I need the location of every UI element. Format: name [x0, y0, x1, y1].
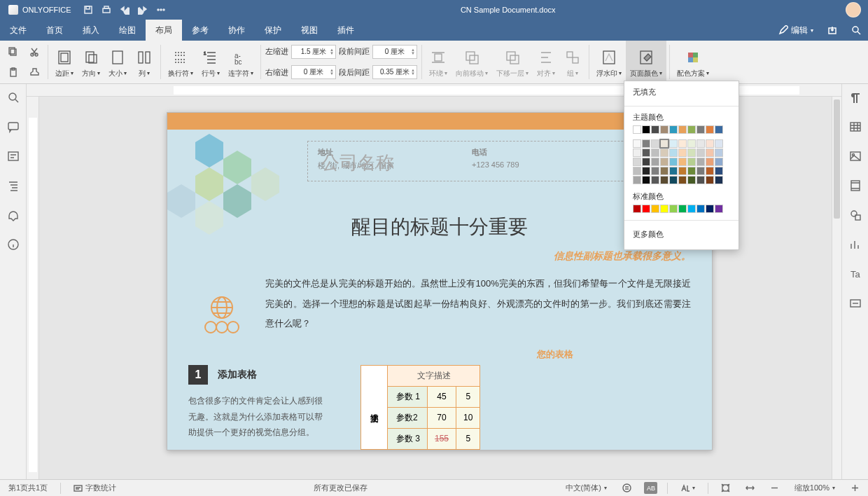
zoom-level[interactable]: 缩放100%▾: [792, 483, 838, 493]
breaks-button[interactable]: 换行符▾: [164, 41, 197, 83]
chart-settings-icon[interactable]: [849, 238, 862, 254]
format-painter-icon[interactable]: [27, 64, 42, 80]
copy-icon[interactable]: [6, 44, 21, 60]
color-swatch[interactable]: [669, 149, 678, 157]
save-icon[interactable]: [79, 0, 97, 20]
menu-view[interactable]: 视图: [291, 20, 328, 41]
menu-home[interactable]: 首页: [36, 20, 73, 41]
spell-check-icon[interactable]: [620, 483, 634, 492]
spacing-after-field[interactable]: 0.35 厘米▲▼: [372, 65, 417, 79]
color-swatch[interactable]: [642, 149, 650, 157]
fit-page-icon[interactable]: [718, 483, 733, 492]
track-changes-toggle[interactable]: ▾: [678, 483, 698, 492]
color-swatch[interactable]: [715, 158, 723, 166]
paragraph-settings-icon[interactable]: [849, 91, 862, 106]
color-swatch[interactable]: [660, 205, 668, 213]
color-swatch[interactable]: [715, 125, 723, 134]
color-swatch[interactable]: [669, 139, 678, 148]
header-footer-icon[interactable]: [849, 179, 862, 195]
color-swatch[interactable]: [715, 167, 723, 175]
color-swatch[interactable]: [715, 139, 723, 148]
color-swatch[interactable]: [678, 125, 687, 134]
indent-left-field[interactable]: 1.5 厘米▲▼: [291, 45, 336, 59]
hyphenation-button[interactable]: a-bc连字符▾: [224, 41, 258, 83]
color-swatch[interactable]: [706, 149, 714, 157]
menu-draw[interactable]: 绘图: [109, 20, 146, 41]
menu-references[interactable]: 参考: [182, 20, 218, 41]
about-icon[interactable]: [7, 238, 20, 254]
undo-icon[interactable]: [115, 0, 134, 20]
redo-icon[interactable]: [134, 0, 152, 20]
color-swatch[interactable]: [633, 149, 641, 157]
no-fill-option[interactable]: 无填充: [624, 81, 738, 103]
more-colors-option[interactable]: 更多颜色: [624, 223, 738, 245]
page-color-button[interactable]: 页面颜色▾: [626, 41, 666, 83]
color-swatch[interactable]: [669, 205, 678, 213]
color-swatch[interactable]: [687, 167, 696, 175]
color-scheme-button[interactable]: 配色方案▾: [673, 41, 713, 83]
color-swatch[interactable]: [715, 176, 723, 184]
color-swatch[interactable]: [696, 167, 705, 175]
indent-right-field[interactable]: 0 厘米▲▼: [291, 65, 336, 79]
paste-icon[interactable]: [6, 64, 21, 80]
form-settings-icon[interactable]: [849, 297, 862, 312]
vertical-scrollbar[interactable]: [832, 97, 841, 479]
color-swatch[interactable]: [642, 158, 650, 166]
spacing-before-field[interactable]: 0 厘米▲▼: [372, 45, 417, 59]
group-button[interactable]: 组▾: [559, 41, 586, 83]
zoom-out-icon[interactable]: [767, 483, 782, 492]
color-swatch[interactable]: [687, 125, 696, 134]
color-swatch[interactable]: [651, 158, 659, 166]
color-swatch[interactable]: [660, 158, 668, 166]
color-swatch[interactable]: [715, 205, 723, 213]
color-swatch[interactable]: [715, 149, 723, 157]
cut-icon[interactable]: [27, 44, 42, 60]
table-settings-icon[interactable]: [849, 120, 862, 136]
color-swatch[interactable]: [633, 167, 641, 175]
fit-width-icon[interactable]: [743, 483, 757, 492]
color-swatch[interactable]: [678, 205, 687, 213]
feedback-icon[interactable]: [7, 209, 20, 224]
color-swatch[interactable]: [633, 139, 641, 148]
color-swatch[interactable]: [660, 167, 668, 175]
size-button[interactable]: 大小▾: [104, 41, 131, 83]
menu-collab[interactable]: 协作: [218, 20, 255, 41]
color-swatch[interactable]: [696, 139, 705, 148]
color-swatch[interactable]: [642, 139, 650, 148]
color-swatch[interactable]: [678, 139, 687, 148]
edit-mode-button[interactable]: 编辑▾: [771, 20, 820, 41]
zoom-in-icon[interactable]: [848, 483, 862, 492]
color-swatch[interactable]: [678, 176, 687, 184]
find-icon[interactable]: [7, 91, 20, 106]
track-changes-icon[interactable]: ABC: [644, 482, 657, 494]
color-swatch[interactable]: [687, 176, 696, 184]
color-swatch[interactable]: [660, 149, 668, 157]
color-swatch[interactable]: [687, 149, 696, 157]
color-swatch[interactable]: [651, 167, 659, 175]
image-settings-icon[interactable]: [849, 150, 862, 165]
color-swatch[interactable]: [633, 205, 641, 213]
menu-plugins[interactable]: 插件: [328, 20, 364, 41]
margins-button[interactable]: 边距▾: [51, 41, 78, 83]
color-swatch[interactable]: [706, 125, 714, 134]
send-backward-button[interactable]: 下移一层▾: [492, 41, 533, 83]
color-swatch[interactable]: [642, 167, 650, 175]
color-swatch[interactable]: [651, 149, 659, 157]
color-swatch[interactable]: [633, 158, 641, 166]
color-swatch[interactable]: [642, 125, 650, 134]
outline-icon[interactable]: [7, 179, 20, 195]
color-swatch[interactable]: [660, 125, 668, 134]
color-swatch[interactable]: [651, 139, 659, 148]
menu-file[interactable]: 文件: [0, 20, 36, 41]
color-swatch[interactable]: [651, 176, 659, 184]
bring-forward-button[interactable]: 向前移动▾: [451, 41, 492, 83]
columns-button[interactable]: 列▾: [131, 41, 158, 83]
word-count[interactable]: 字数统计: [71, 483, 119, 493]
color-swatch[interactable]: [678, 158, 687, 166]
color-swatch[interactable]: [706, 167, 714, 175]
menu-protect[interactable]: 保护: [255, 20, 291, 41]
color-swatch[interactable]: [706, 139, 714, 148]
align-button[interactable]: 对齐▾: [533, 41, 559, 83]
color-swatch[interactable]: [696, 158, 705, 166]
wrap-button[interactable]: 环绕▾: [425, 41, 451, 83]
